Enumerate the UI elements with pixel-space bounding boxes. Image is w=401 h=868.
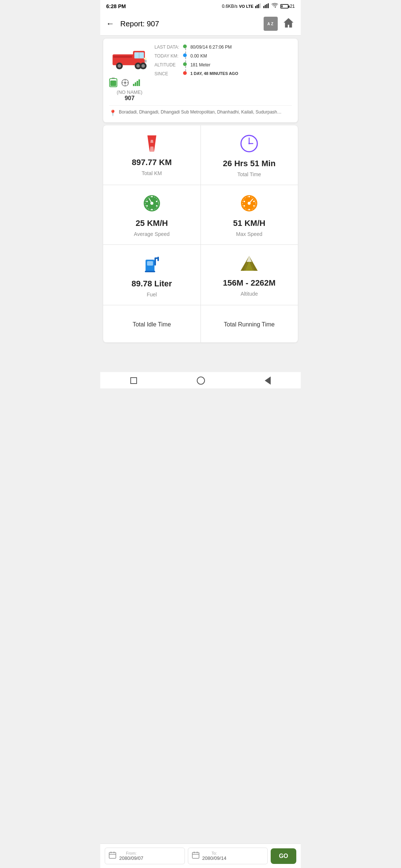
stat-running-time: Total Running Time (201, 305, 298, 342)
svg-point-62 (244, 205, 245, 207)
speedometer-green-icon (143, 194, 161, 214)
network-type: VO LTE (239, 4, 254, 9)
altitude-value: 181 Meter (190, 62, 292, 68)
location-text: Boradadi, Dhangadi, Dhangadi Sub Metropo… (119, 109, 281, 115)
svg-point-28 (124, 82, 126, 84)
pin-icon: 📍 (109, 109, 117, 116)
last-data-value: 80/09/14 6:27:06 PM (190, 45, 292, 50)
status-right: 0.6KB/s VO LTE 21 (222, 3, 295, 9)
svg-rect-34 (135, 82, 136, 86)
back-nav-button[interactable] (265, 377, 271, 385)
svg-point-51 (151, 209, 153, 210)
idle-time-label: Total Idle Time (133, 321, 171, 328)
vehicle-card: (NO NAME) 907 LAST DATA: TODAY KM: ALTIT… (103, 39, 298, 122)
svg-rect-6 (266, 4, 267, 8)
svg-marker-39 (150, 140, 153, 143)
android-nav-bar (100, 372, 301, 388)
svg-point-48 (151, 196, 153, 197)
svg-text:A: A (267, 22, 270, 26)
header-icons: A Z (264, 17, 295, 31)
svg-rect-4 (263, 6, 264, 8)
fuel-value: 89.78 Liter (131, 279, 172, 289)
running-time-label: Total Running Time (224, 321, 275, 328)
altitude-icon (240, 254, 258, 274)
status-time: 6:28 PM (106, 3, 126, 9)
stat-altitude: 156M - 2262M Altitude (201, 245, 298, 305)
svg-point-19 (136, 64, 140, 68)
last-data-label: LAST DATA: (154, 45, 179, 50)
wifi-icon (271, 3, 278, 9)
location-row: 📍 Boradadi, Dhangadi, Dhangadi Sub Metro… (109, 105, 292, 116)
svg-point-59 (253, 201, 255, 202)
svg-point-50 (156, 205, 157, 207)
total-km-label: Total KM (142, 170, 162, 176)
battery-status-icon (109, 78, 117, 88)
back-button[interactable]: ← (106, 19, 114, 29)
svg-point-43 (248, 143, 250, 144)
status-bar: 6:28 PM 0.6KB/s VO LTE 21 (100, 0, 301, 12)
svg-rect-36 (138, 79, 140, 86)
vehicle-name: (NO NAME) (109, 89, 150, 95)
vehicle-id: 907 (109, 95, 150, 102)
stats-grid: 897.77 KM Total KM 26 Hrs 51 Min Total T… (103, 125, 298, 342)
signal-icon (133, 79, 141, 86)
svg-rect-26 (110, 80, 116, 86)
total-km-value: 897.77 KM (132, 158, 172, 167)
svg-rect-0 (255, 6, 256, 8)
fuel-icon (143, 254, 161, 274)
svg-marker-73 (247, 256, 252, 262)
svg-point-53 (146, 201, 148, 202)
clock-icon (240, 134, 258, 154)
since-label: SINCE (154, 71, 179, 76)
vehicle-info: LAST DATA: TODAY KM: ALTITUDE SINCE (154, 45, 292, 76)
svg-rect-23 (144, 60, 147, 62)
svg-rect-15 (113, 56, 132, 58)
road-icon (142, 135, 162, 153)
svg-point-60 (253, 205, 255, 207)
recent-apps-button[interactable] (130, 377, 137, 384)
svg-rect-7 (268, 3, 269, 8)
svg-rect-65 (147, 261, 153, 266)
signal-bars-2 (263, 3, 270, 9)
svg-point-58 (248, 196, 250, 197)
svg-rect-35 (137, 81, 138, 86)
since-value: 1 DAY, 48 MINUTES AGO (190, 71, 292, 76)
svg-rect-33 (133, 84, 134, 86)
max-speed-label: Max Speed (236, 231, 263, 237)
altitude-label: ALTITUDE (154, 62, 179, 68)
today-km-label: TODAY KM: (154, 53, 179, 59)
altitude-value: 156M - 2262M (223, 278, 276, 288)
stat-total-km: 897.77 KM Total KM (103, 125, 200, 185)
svg-rect-2 (258, 4, 259, 8)
svg-rect-22 (144, 58, 147, 60)
battery-icon (280, 4, 288, 9)
svg-rect-68 (157, 257, 159, 261)
speedometer-orange-icon (240, 194, 258, 214)
total-time-label: Total Time (237, 171, 261, 177)
network-speed: 0.6KB/s (222, 4, 238, 9)
gps-icon (121, 79, 129, 87)
stat-max-speed: 51 KM/H Max Speed (201, 185, 298, 244)
stat-fuel: 89.78 Liter Fuel (103, 245, 200, 305)
home-button[interactable] (282, 17, 295, 31)
svg-marker-38 (150, 147, 154, 152)
avg-speed-label: Average Speed (134, 231, 170, 237)
max-speed-value: 51 KM/H (233, 218, 265, 228)
today-km-value: 0.00 KM (190, 53, 292, 59)
battery-level: 21 (290, 4, 295, 9)
fuel-label: Fuel (147, 292, 157, 297)
avg-speed-value: 25 KM/H (136, 218, 168, 228)
svg-point-49 (156, 201, 157, 202)
altitude-label: Altitude (241, 291, 258, 297)
home-nav-button[interactable] (197, 377, 205, 385)
svg-rect-1 (257, 5, 258, 8)
vehicle-status-icons (109, 78, 150, 88)
svg-point-21 (141, 64, 145, 68)
svg-text:Z: Z (271, 22, 273, 26)
translate-button[interactable]: A Z (264, 17, 278, 31)
stat-avg-speed: 25 KM/H Average Speed (103, 185, 200, 244)
svg-rect-3 (260, 3, 261, 8)
header: ← Report: 907 A Z (100, 12, 301, 36)
svg-point-17 (118, 64, 121, 68)
svg-point-63 (244, 201, 245, 202)
